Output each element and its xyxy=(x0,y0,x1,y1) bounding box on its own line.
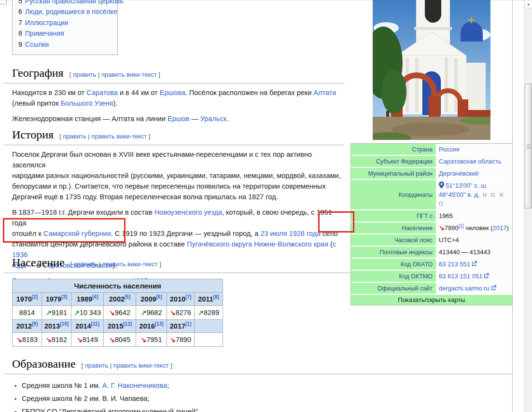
reference-link[interactable]: [6] xyxy=(156,294,162,300)
paragraph: Железнодорожная станция — Алтата на лини… xyxy=(12,113,344,124)
toc-link[interactable]: Люди, родившиеся в посёлке xyxy=(25,8,117,15)
year: 2010 xyxy=(170,295,185,303)
year: 2016 xyxy=(139,322,154,330)
external-link[interactable]: dergachi.sarmo.ru xyxy=(439,285,496,292)
reference-link[interactable]: [4] xyxy=(92,294,98,300)
infobox-label: Страна xyxy=(351,144,436,155)
reference-link[interactable]: [7] xyxy=(185,294,191,300)
edit-section: [ править | править вики-текст ] xyxy=(82,362,172,369)
edit-wikitext-link[interactable]: править вики-текст xyxy=(102,261,158,268)
external-link-text: 63 613 151 051 xyxy=(439,273,482,280)
population-value: 8162 xyxy=(52,336,67,343)
decrease-arrow-icon: ↘ xyxy=(109,336,115,343)
decrease-arrow-icon: ↘ xyxy=(141,336,147,343)
reference-link[interactable]: [9] xyxy=(32,321,38,327)
population-value-cell: ↘8276 xyxy=(167,306,195,320)
year-header-cell: 2010[7] xyxy=(167,293,195,306)
link[interactable]: Алтата xyxy=(313,89,336,96)
increase-arrow-icon: ↗ xyxy=(198,309,204,316)
population-value-cell: ↘9642 xyxy=(104,306,136,320)
edit-link[interactable]: править xyxy=(74,261,97,268)
text: Дергачей ещё в 1735 году. Вторая пересел… xyxy=(12,193,278,201)
decrease-arrow-icon: ↘ xyxy=(170,309,176,316)
population-value: 9682 xyxy=(146,309,162,316)
population-value: 8149 xyxy=(83,336,98,343)
year: 2013 xyxy=(44,322,60,330)
link[interactable]: 23 июля xyxy=(260,230,287,237)
increase-arrow-icon: ↗ xyxy=(141,309,147,316)
reference-link[interactable]: [8] xyxy=(213,294,219,300)
up-arrow-icon: ▲ xyxy=(527,2,530,6)
reference-link[interactable]: [5] xyxy=(125,294,130,300)
link[interactable]: 48°45'00" в. д. xyxy=(439,191,480,198)
edit-wikitext-link[interactable]: править вики-текст xyxy=(101,71,157,78)
infobox-value: 63 213 551 xyxy=(437,259,512,270)
year-header-cell: 2017[1] xyxy=(167,320,195,333)
external-link[interactable]: 63 613 151 051 xyxy=(439,273,489,280)
infobox-value: 63 613 151 051 xyxy=(437,271,512,282)
map-pin-icon[interactable] xyxy=(439,181,444,191)
link[interactable]: Россия xyxy=(439,146,460,153)
reference-link[interactable]: [11] xyxy=(91,321,99,327)
edit-link[interactable]: править xyxy=(73,71,96,78)
link[interactable]: Большого Узеня xyxy=(61,99,113,107)
link[interactable]: Новоузенского уезда xyxy=(154,208,222,216)
year-header-cell: 2015[12] xyxy=(104,320,136,333)
link[interactable]: Пугачёвского округа xyxy=(187,240,252,248)
reference-link[interactable]: [12] xyxy=(123,321,132,327)
toc-link[interactable]: Русская православная церковь xyxy=(25,0,124,5)
link[interactable]: Ершова xyxy=(160,89,185,96)
text: (левый приток xyxy=(12,99,61,107)
external-link[interactable]: 63 213 551 xyxy=(439,261,477,268)
reference-link[interactable]: [2] xyxy=(32,294,38,300)
toc-link[interactable]: Иллюстрации xyxy=(25,19,69,27)
link[interactable]: Нижне-Волжского края xyxy=(254,240,328,248)
text: В 1837—1918 г.г. Дергачи входили в соста… xyxy=(12,208,154,216)
edit-link[interactable]: править xyxy=(85,362,108,369)
population-value-cell: ↗9181 xyxy=(42,306,71,320)
reference-link[interactable]: [10] xyxy=(60,321,69,327)
vertical-scrollbar[interactable]: ▲ xyxy=(524,0,532,412)
edit-link[interactable]: править xyxy=(63,133,86,140)
section-heading: География[ править | править вики-текст … xyxy=(4,67,344,83)
edit-wikitext-link[interactable]: править вики-текст xyxy=(113,362,169,369)
link[interactable]: 51°13'00" с. ш. xyxy=(446,182,488,189)
population-table-title: Численность населения xyxy=(13,279,223,293)
heading-text: История xyxy=(12,128,54,141)
scrollbar-thumb[interactable] xyxy=(525,83,532,208)
section-heading: История[ править | править вики-текст ] xyxy=(4,128,344,145)
infobox-value: Дергачёвский xyxy=(437,168,512,179)
link[interactable]: Самарской губернии xyxy=(43,230,111,237)
link[interactable]: Ершов xyxy=(168,115,189,123)
population-value: 8814 xyxy=(19,309,35,316)
reference-link[interactable]: [13] xyxy=(155,321,164,327)
edit-wikitext-link[interactable]: править вики-текст xyxy=(91,133,147,140)
link[interactable]: 2017 xyxy=(493,224,507,232)
link[interactable]: Саратовская область xyxy=(439,158,501,165)
education-list-item: ГБПОУ СО "Дергачёвский агропромышленный … xyxy=(22,405,513,412)
scrollbar-up-button[interactable]: ▲ xyxy=(524,0,532,8)
year: 1989 xyxy=(77,295,92,303)
reference-link[interactable]: [1] xyxy=(185,321,191,327)
heading-text: Население xyxy=(12,256,65,269)
link[interactable]: Саратова xyxy=(86,89,118,96)
population-value-cell: ↘7951 xyxy=(136,333,167,347)
year-header-cell: 2016[13] xyxy=(136,320,167,333)
population-value: 8289 xyxy=(204,309,219,316)
link[interactable]: Уральск xyxy=(200,115,226,123)
external-link-icon xyxy=(472,260,477,268)
link[interactable]: 1928 года xyxy=(289,230,321,237)
link[interactable]: Дергачёвский xyxy=(439,170,478,177)
section-geography: География[ править | править вики-текст … xyxy=(4,67,344,129)
infobox-label: Население xyxy=(351,222,436,233)
show-hide-maps-toggle[interactable]: Показать/скрыть карты xyxy=(351,295,512,305)
infobox-label: Код ОКТМО xyxy=(351,271,436,282)
reference-link[interactable]: [1] xyxy=(459,223,464,229)
section-heading: Образование[ править | править вики-текс… xyxy=(4,357,513,374)
reference-link[interactable]: [3] xyxy=(61,294,67,300)
church-illustration xyxy=(373,0,490,140)
toc-link[interactable]: Ссылки xyxy=(25,41,49,48)
text: 1965 xyxy=(439,212,453,220)
toc-link[interactable]: Примечания xyxy=(25,29,64,37)
link[interactable]: А. Г. Наконечникова xyxy=(102,382,167,389)
